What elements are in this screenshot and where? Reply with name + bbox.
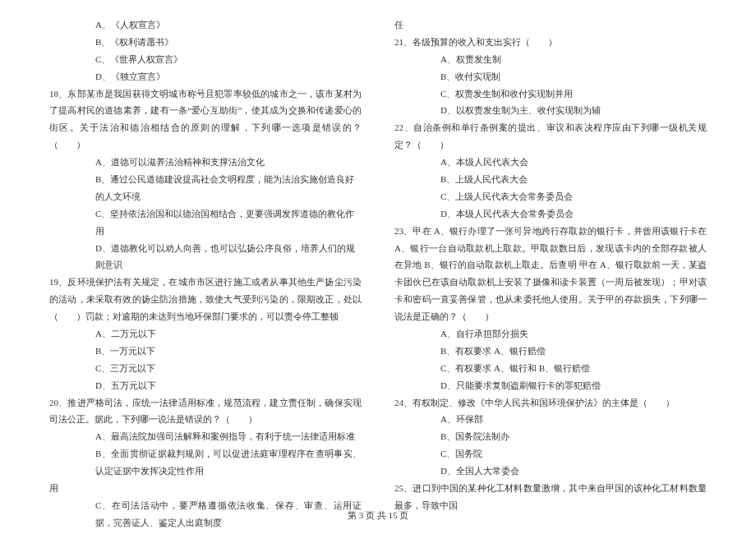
q23-stem: 23、甲在 A、银行办理了一张可异地跨行存取款的银行卡，并曾用该银行卡在 A、银… [394, 223, 707, 325]
q20-opt-b: B、全面贯彻证据裁判规则，可以促进法庭审理程序在查明事实、认定证据中发挥决定性作… [49, 445, 362, 480]
right-column: 任 21、各级预算的收入和支出实行（ ） A、权责发生制 B、收付实现制 C、权… [394, 16, 707, 534]
q18-opt-d: D、道德教化可以劝人向善，也可以弘扬公序良俗，培养人们的规则意识 [49, 240, 362, 274]
q24-opt-b: B、国务院法制办 [394, 428, 707, 445]
left-column: A、《人权宣言》 B、《权利请愿书》 C、《世界人权宣言》 D、《独立宣言》 1… [49, 16, 362, 534]
q19-stem: 19、反环境保护法有关规定，在城市市区进行施工或者从事其他生产扬尘污染的活动，未… [49, 274, 362, 325]
q17-opt-d: D、《独立宣言》 [49, 68, 362, 85]
q17-opt-b: B、《权利请愿书》 [49, 34, 362, 51]
page-footer: 第 3 页 共 15 页 [0, 507, 756, 524]
q21-opt-d: D、以权责发生制为主、收付实现制为辅 [394, 102, 707, 119]
q20-opt-d-tail: 任 [394, 16, 707, 34]
q24-opt-a: A、环保部 [394, 411, 707, 428]
q24-opt-c: C、国务院 [394, 445, 707, 463]
q22-opt-d: D、本级人民代表大会常务委员会 [394, 205, 707, 223]
q21-opt-a: A、权责发生制 [394, 51, 707, 68]
q20-opt-a: A、最高法院加强司法解释和案例指导，有利于统一法律适用标准 [49, 428, 362, 445]
q19-opt-a: A、二万元以下 [49, 325, 362, 343]
q19-opt-d: D、五万元以下 [49, 377, 362, 394]
q23-opt-a: A、自行承担部分损失 [394, 325, 707, 343]
q17-opt-a: A、《人权宣言》 [49, 16, 362, 34]
q23-opt-d: D、只能要求复制盗刷银行卡的罪犯赔偿 [394, 377, 707, 394]
q18-opt-a: A、道德可以滋养法治精神和支撑法治文化 [49, 154, 362, 171]
q22-opt-a: A、本级人民代表大会 [394, 154, 707, 171]
q19-opt-b: B、一万元以下 [49, 343, 362, 360]
q18-stem: 18、东部某市是我国获得文明城市称号且犯罪率较低的城市之一，该市某村为了提高村民… [49, 85, 362, 154]
q21-stem: 21、各级预算的收入和支出实行（ ） [394, 34, 707, 51]
q21-opt-b: B、收付实现制 [394, 68, 707, 85]
q23-opt-b: B、有权要求 A、银行赔偿 [394, 343, 707, 360]
q17-opt-c: C、《世界人权宣言》 [49, 51, 362, 68]
q24-opt-d: D、全国人大常委会 [394, 463, 707, 480]
q19-opt-c: C、三万元以下 [49, 360, 362, 377]
q18-opt-c: C、坚持依法治国和以德治国相结合，更要强调发挥道德的教化作用 [49, 205, 362, 240]
q18-opt-b: B、通过公民道德建设提高社会文明程度，能为法治实施创造良好的人文环境 [49, 171, 362, 205]
page-columns: A、《人权宣言》 B、《权利请愿书》 C、《世界人权宣言》 D、《独立宣言》 1… [0, 16, 756, 534]
q22-stem: 22、自治条例和单行条例案的提出、审议和表决程序应由下列哪一级机关规定？（ ） [394, 119, 707, 154]
q23-opt-c: C、有权要求 A、银行和 B、银行赔偿 [394, 360, 707, 377]
q21-opt-c: C、权责发生制和收付实现制并用 [394, 85, 707, 103]
q20-opt-b-tail: 用 [49, 480, 362, 497]
q24-stem: 24、有权制定、修改《中华人民共和国环境保护法》的主体是（ ） [394, 394, 707, 412]
q22-opt-c: C、上级人民代表大会常务委员会 [394, 188, 707, 205]
q22-opt-b: B、上级人民代表大会 [394, 171, 707, 188]
q20-stem: 20、推进严格司法，应统一法律适用标准，规范流程，建立责任制，确保实现司法公正。… [49, 394, 362, 429]
